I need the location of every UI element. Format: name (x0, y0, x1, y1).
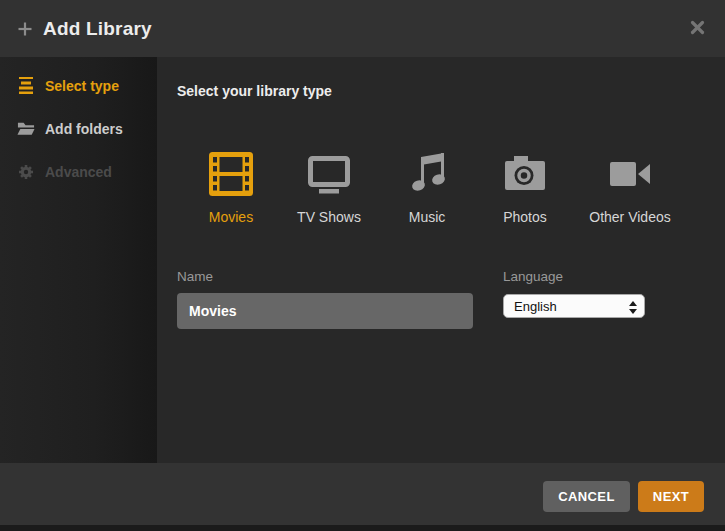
library-type-label: Other Videos (589, 209, 670, 225)
dialog-header: Add Library (0, 0, 725, 57)
sidebar-item-advanced[interactable]: Advanced (0, 150, 157, 193)
select-arrows-icon (629, 300, 637, 318)
name-field-label: Name (177, 269, 473, 284)
sidebar-item-select-type[interactable]: Select type (0, 64, 157, 107)
dialog-title: Add Library (43, 18, 152, 40)
dialog-footer: CANCEL NEXT (0, 463, 725, 525)
plus-icon (17, 21, 33, 37)
sidebar-item-label: Select type (45, 78, 119, 94)
library-type-movies[interactable]: Movies (184, 152, 278, 225)
dialog-bottom-edge (0, 525, 725, 531)
language-field-label: Language (503, 269, 645, 284)
tv-icon (307, 152, 351, 200)
list-lines-icon (17, 77, 35, 94)
gear-icon (17, 164, 35, 180)
film-strip-icon (209, 152, 253, 200)
sidebar-item-label: Advanced (45, 164, 112, 180)
main-panel: Select your library type Movies (157, 57, 725, 463)
name-field-group: Name (177, 269, 473, 329)
library-type-picker: Movies TV Shows (184, 152, 684, 225)
close-icon (690, 20, 705, 38)
library-type-label: Movies (209, 209, 253, 225)
language-select[interactable]: English (503, 294, 645, 318)
section-heading: Select your library type (177, 83, 332, 99)
close-button[interactable] (687, 19, 707, 39)
sidebar-item-label: Add folders (45, 121, 123, 137)
library-type-photos[interactable]: Photos (478, 152, 572, 225)
library-type-music[interactable]: Music (380, 152, 474, 225)
camera-icon (503, 152, 547, 200)
folder-icon (17, 121, 35, 136)
library-type-other-videos[interactable]: Other Videos (576, 152, 684, 225)
library-type-label: TV Shows (297, 209, 361, 225)
video-camera-icon (608, 152, 652, 200)
language-field-group: Language English (503, 269, 645, 318)
library-type-label: Music (409, 209, 446, 225)
sidebar-item-add-folders[interactable]: Add folders (0, 107, 157, 150)
library-type-label: Photos (503, 209, 547, 225)
music-note-icon (405, 152, 449, 200)
cancel-button[interactable]: CANCEL (543, 481, 630, 512)
sidebar: Select type Add folders (0, 57, 157, 463)
add-library-dialog: Add Library Select type Add folders (0, 0, 725, 531)
name-input[interactable] (177, 293, 473, 329)
language-select-value: English (514, 299, 557, 314)
library-type-tv-shows[interactable]: TV Shows (282, 152, 376, 225)
next-button[interactable]: NEXT (638, 481, 704, 512)
